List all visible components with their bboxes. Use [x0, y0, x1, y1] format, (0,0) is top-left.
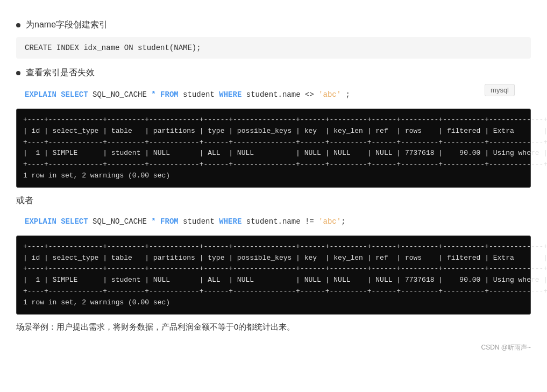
explain-line-2: EXPLAIN SELECT SQL_NO_CACHE * FROM stude… — [16, 212, 531, 231]
bullet-dot-1 — [16, 23, 20, 27]
str-abc-2: 'abc' — [318, 217, 341, 226]
code-text-1: CREATE INDEX idx_name ON student(NAME); — [25, 44, 201, 52]
kw-select-2: SELECT — [61, 217, 88, 226]
bullet-text-1: 为name字段创建索引 — [26, 19, 108, 31]
bullet-text-2: 查看索引是否失效 — [26, 67, 95, 79]
bullet-item-2: 查看索引是否失效 — [16, 67, 531, 79]
kw-star-1: * — [151, 90, 155, 99]
bullet-dot-2 — [16, 71, 20, 75]
kw-from-1: FROM — [160, 90, 179, 99]
kw-select-1: SELECT — [61, 90, 88, 99]
kw-where-1: WHERE — [219, 90, 241, 99]
explain-line-1: EXPLAIN SELECT SQL_NO_CACHE * FROM stude… — [16, 85, 531, 104]
kw-explain-1: EXPLAIN — [25, 90, 56, 99]
kw-from-2: FROM — [160, 217, 179, 226]
str-abc-1: 'abc' — [318, 90, 341, 99]
scenario-text: 场景举例：用户提出需求，将财务数据，产品利润金额不等于0的都统计出来。 — [16, 322, 531, 332]
terminal-block-2: +----+-------------+---------+----------… — [16, 236, 531, 315]
bullet-item-1: 为name字段创建索引 — [16, 19, 531, 31]
terminal-block-1: +----+-------------+---------+----------… — [16, 109, 531, 188]
or-text: 或者 — [16, 195, 531, 206]
kw-star-2: * — [151, 217, 155, 226]
kw-explain-2: EXPLAIN — [25, 217, 56, 226]
kw-where-2: WHERE — [219, 217, 241, 226]
csdn-footer: CSDN @听雨声~ — [16, 343, 531, 352]
code-block-create-index: CREATE INDEX idx_name ON student(NAME); — [16, 37, 531, 59]
mysql-badge: mysql — [485, 84, 515, 96]
